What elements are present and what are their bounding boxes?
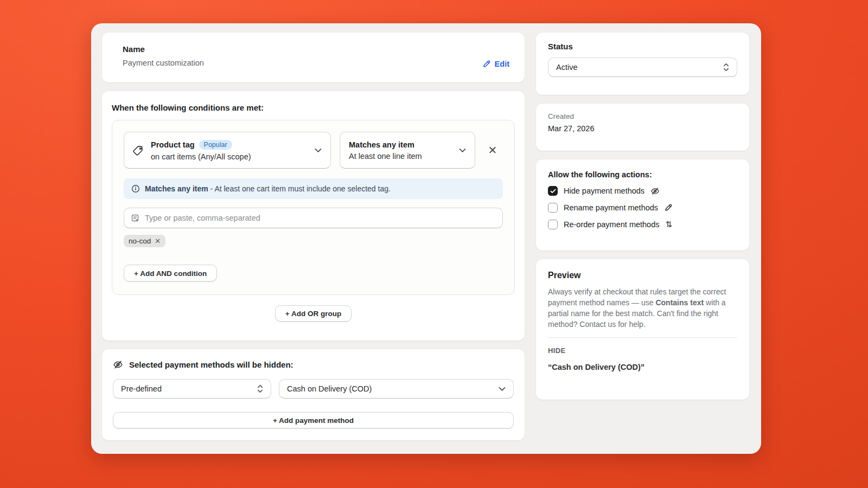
divider	[548, 337, 737, 338]
add-and-condition-button[interactable]: + Add AND condition	[124, 265, 217, 282]
condition-operator-sub: At least one line item	[349, 152, 422, 160]
main-panel: Name Payment customization Edit When the…	[91, 23, 761, 454]
info-banner: Matches any item - At least one cart ite…	[124, 178, 503, 199]
status-title: Status	[548, 42, 737, 51]
created-card: Created Mar 27, 2026	[536, 104, 749, 151]
tags-input[interactable]	[145, 214, 496, 222]
condition-field-select[interactable]: Product tag Popular on cart items (Any/A…	[124, 132, 331, 169]
status-card: Status Active	[536, 33, 749, 95]
condition-field-sub: on cart items (Any/All scope)	[151, 152, 251, 161]
updown-stepper-icon	[723, 63, 729, 72]
customization-name: Payment customization	[123, 59, 514, 67]
method-type-select[interactable]: Pre-defined	[113, 379, 271, 399]
preview-title: Preview	[548, 271, 737, 280]
method-value-select[interactable]: Cash on Delivery (COD)	[279, 379, 514, 399]
info-icon	[131, 184, 140, 193]
checkbox[interactable]	[548, 203, 558, 213]
remove-condition-button[interactable]: ✕	[484, 142, 501, 158]
status-select[interactable]: Active	[548, 57, 737, 77]
action-reorder-payment-methods[interactable]: Re-order payment methods ⇅	[548, 220, 737, 229]
edit-label: Edit	[495, 60, 509, 68]
pencil-icon	[482, 60, 491, 68]
hidden-methods-card: Selected payment methods will be hidden:…	[102, 349, 525, 440]
action-label: Rename payment methods	[564, 203, 658, 212]
action-rename-payment-methods[interactable]: Rename payment methods	[548, 203, 737, 213]
hidden-methods-heading: Selected payment methods will be hidden:	[129, 360, 293, 369]
paste-icon	[131, 214, 140, 223]
eye-slash-icon	[113, 359, 123, 370]
action-label: Hide payment methods	[564, 187, 644, 195]
created-date: Mar 27, 2026	[548, 124, 737, 133]
chevron-down-icon	[315, 148, 322, 153]
eye-slash-icon	[650, 187, 660, 196]
chevron-down-icon	[459, 148, 466, 153]
updown-stepper-icon	[257, 384, 263, 393]
method-type-value: Pre-defined	[121, 384, 162, 393]
condition-field-label: Product tag	[151, 140, 195, 149]
actions-card: Allow the following actions: Hide paymen…	[536, 159, 749, 251]
sort-arrows-icon: ⇅	[666, 220, 673, 229]
action-hide-payment-methods[interactable]: Hide payment methods	[548, 186, 737, 196]
banner-text: Matches any item - At least one cart ite…	[145, 184, 391, 193]
action-label: Re-order payment methods	[564, 220, 660, 229]
popular-badge: Popular	[199, 140, 232, 150]
checkbox[interactable]	[548, 220, 558, 229]
checkbox[interactable]	[548, 186, 558, 196]
name-card-title: Name	[123, 44, 514, 54]
actions-heading: Allow the following actions:	[548, 170, 737, 179]
conditions-card: When the following conditions are met: P…	[102, 91, 525, 341]
method-value-text: Cash on Delivery (COD)	[287, 384, 372, 393]
tag-icon	[133, 145, 144, 156]
pencil-icon	[664, 203, 673, 212]
banner-bold: Matches any item	[145, 184, 208, 193]
tag-chip-label: no-cod	[129, 237, 151, 245]
tag-chip: no-cod ✕	[124, 235, 165, 247]
hide-section-label: HIDE	[548, 346, 737, 355]
preview-body-bold: Contains text	[655, 298, 704, 307]
conditions-heading: When the following conditions are met:	[112, 103, 515, 112]
condition-row: Product tag Popular on cart items (Any/A…	[124, 132, 503, 169]
chevron-down-icon	[499, 387, 506, 391]
status-value: Active	[556, 63, 578, 72]
condition-group: Product tag Popular on cart items (Any/A…	[112, 120, 515, 295]
banner-rest: - At least one cart item must include on…	[208, 184, 391, 193]
created-label: Created	[548, 112, 737, 120]
method-row: Pre-defined Cash on Delivery (COD)	[113, 379, 514, 399]
preview-card: Preview Always verify at checkout that r…	[536, 259, 749, 400]
add-or-group-button[interactable]: + Add OR group	[275, 305, 352, 322]
edit-button[interactable]: Edit	[482, 60, 509, 68]
name-card: Name Payment customization Edit	[102, 33, 525, 82]
tags-input-wrap	[124, 208, 503, 228]
condition-operator-select[interactable]: Matches any item At least one line item	[340, 132, 475, 169]
close-icon: ✕	[488, 144, 497, 156]
remove-tag-icon[interactable]: ✕	[155, 237, 161, 245]
condition-operator-label: Matches any item	[349, 140, 414, 149]
add-payment-method-button[interactable]: + Add payment method	[113, 412, 514, 429]
preview-body: Always verify at checkout that rules tar…	[548, 286, 737, 330]
tag-chip-row: no-cod ✕	[124, 235, 503, 247]
hidden-method-name: “Cash on Delivery (COD)”	[548, 363, 737, 371]
